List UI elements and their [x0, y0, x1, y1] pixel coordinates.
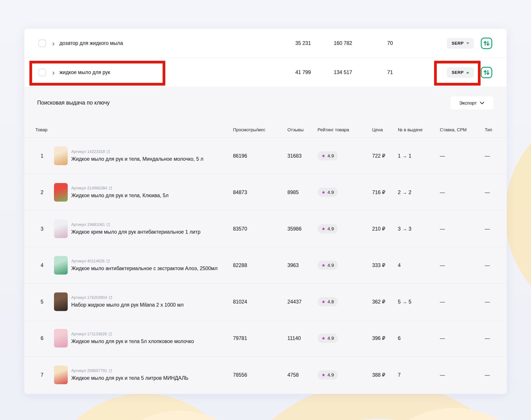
- keyword-row[interactable]: › дозатор для жидкого мыла 35 231 160 78…: [24, 29, 507, 58]
- star-icon: ★: [321, 190, 326, 195]
- keyword-views: 160 782: [321, 40, 365, 46]
- product-rating-value: 4.9: [328, 226, 334, 231]
- product-type: —: [485, 226, 490, 232]
- product-sku-label: Артикул 40114626: [71, 259, 105, 264]
- product-sku-link[interactable]: Артикул 40114626: [71, 259, 227, 264]
- rank-dynamics-button[interactable]: [480, 37, 493, 49]
- product-sku-label: Артикул 14223318: [71, 150, 105, 154]
- product-cpm: —: [440, 189, 445, 195]
- keyword-label: жидкое мыло для рук: [60, 69, 110, 75]
- product-cpm: —: [440, 153, 445, 159]
- product-sku-link[interactable]: Артикул 19681061: [71, 222, 227, 227]
- column-header-position: № в выдаче: [398, 127, 422, 132]
- column-header-cpm: Ставка, CPM: [440, 127, 467, 132]
- keyword-checkbox[interactable]: [38, 69, 46, 76]
- product-rating-badge: ★ 4.9: [317, 188, 338, 197]
- product-rank: 1: [37, 153, 47, 159]
- external-link-icon: [109, 186, 112, 190]
- product-sku-link[interactable]: Артикул 176203904: [71, 295, 227, 300]
- product-rating-value: 4.9: [328, 190, 334, 195]
- product-rating-value: 4.9: [328, 263, 334, 268]
- product-type: —: [485, 372, 490, 378]
- product-cpm: —: [440, 262, 445, 268]
- table-row: 2 Артикул 214966384 Жидкое мыло для рук …: [24, 174, 507, 211]
- product-sku-link[interactable]: Артикул 258657791: [71, 368, 227, 373]
- serp-results-panel: Поисковая выдача по ключу Экспорт Товар …: [24, 87, 507, 394]
- product-price: 333 ₽: [372, 262, 385, 268]
- product-sku-label: Артикул 214966384: [71, 186, 107, 191]
- product-reviews: 31683: [287, 153, 302, 159]
- star-icon: ★: [321, 336, 326, 340]
- export-button[interactable]: Экспорт: [450, 96, 493, 110]
- product-thumb: [54, 292, 68, 311]
- column-header-price: Цена: [372, 127, 383, 132]
- product-reviews: 3963: [287, 262, 299, 268]
- star-icon: ★: [321, 154, 326, 158]
- product-thumb: [54, 366, 68, 384]
- star-icon: ★: [321, 300, 326, 304]
- product-sku-link[interactable]: Артикул 14223318: [71, 150, 227, 154]
- export-button-label: Экспорт: [459, 100, 477, 106]
- product-price: 362 ₽: [372, 299, 385, 305]
- product-rank: 6: [37, 335, 47, 341]
- product-cpm: —: [440, 372, 445, 378]
- column-header-reviews: Отзывы: [287, 127, 304, 132]
- keyword-label: дозатор для жидкого мыла: [60, 40, 123, 46]
- external-link-icon: [106, 150, 110, 154]
- product-rank: 5: [37, 299, 47, 305]
- serp-arrow-icon: [466, 43, 469, 44]
- product-type: —: [485, 189, 490, 195]
- product-views: 82288: [233, 262, 247, 268]
- keywords-card: › дозатор для жидкого мыла 35 231 160 78…: [24, 29, 507, 394]
- chevron-right-icon[interactable]: ›: [52, 40, 55, 47]
- product-rating-badge: ★ 4.8: [317, 297, 338, 306]
- product-position: 4: [398, 262, 401, 268]
- product-cpm: —: [440, 226, 445, 232]
- product-thumb: [54, 147, 68, 165]
- column-header-type: Тип: [485, 127, 492, 132]
- column-header-rating: Рейтинг товара: [317, 127, 349, 132]
- column-header-product: Товар: [35, 127, 47, 132]
- product-info: Артикул 176203904 Набор жидкое мыло для …: [71, 295, 227, 308]
- keyword-frequency: 41 799: [281, 69, 325, 75]
- product-sku-label: Артикул 171133628: [71, 332, 107, 336]
- product-sku-link[interactable]: Артикул 214966384: [71, 186, 227, 191]
- keyword-checkbox[interactable]: [38, 40, 46, 47]
- product-price: 716 ₽: [372, 189, 385, 195]
- product-title: Жидкое мыло для рук и тела 5 литров МИНД…: [71, 375, 227, 381]
- star-icon: ★: [321, 373, 326, 377]
- product-reviews: 35986: [287, 226, 302, 232]
- external-link-icon: [106, 259, 110, 263]
- product-position: 5 → 5: [398, 299, 411, 305]
- product-title: Жидкое мыло антибактериальное с экстракт…: [71, 265, 227, 272]
- product-position: 7: [398, 372, 401, 378]
- product-rating-badge: ★ 4.9: [317, 370, 338, 379]
- serp-button[interactable]: SERP: [447, 67, 474, 78]
- table-row: 3 Артикул 19681061 Жидкое крем мыло для …: [24, 211, 507, 247]
- product-cpm: —: [440, 335, 445, 341]
- product-rank: 2: [37, 189, 47, 195]
- rank-dynamics-icon: [481, 37, 493, 49]
- column-header-views: Просмотры/мес: [233, 127, 265, 132]
- product-rank: 4: [37, 262, 47, 268]
- product-info: Артикул 258657791 Жидкое мыло для рук и …: [71, 368, 227, 381]
- product-thumb: [54, 183, 68, 202]
- product-info: Артикул 14223318 Жидкое мыло для рук и т…: [71, 150, 227, 163]
- product-sku-link[interactable]: Артикул 171133628: [71, 332, 227, 336]
- product-position: 3 → 3: [398, 226, 411, 232]
- keyword-row[interactable]: › жидкое мыло для рук 41 799 134 517 71 …: [24, 58, 507, 87]
- product-position: 6: [398, 335, 401, 341]
- product-title: Жидкое крем мыло для рук антибактериальн…: [71, 229, 227, 235]
- serp-arrow-icon: [466, 72, 469, 73]
- product-views: 84873: [233, 189, 247, 195]
- product-position: 2 → 2: [398, 189, 411, 195]
- external-link-icon: [109, 332, 112, 336]
- keyword-views: 134 517: [321, 69, 365, 75]
- chevron-down-icon: [480, 102, 484, 104]
- serp-button[interactable]: SERP: [447, 38, 474, 49]
- rank-dynamics-button[interactable]: [480, 66, 493, 79]
- product-type: —: [485, 299, 490, 305]
- keyword-count: 70: [368, 40, 412, 46]
- keyword-count: 71: [368, 69, 412, 75]
- chevron-right-icon[interactable]: ›: [52, 69, 55, 76]
